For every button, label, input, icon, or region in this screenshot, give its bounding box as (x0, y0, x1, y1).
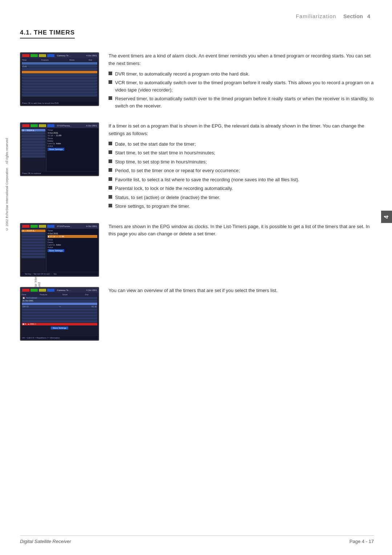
block-1-text: The event timers are a kind of alarm clo… (109, 52, 374, 112)
block-2-text: If a timer is set on a program that is s… (109, 122, 374, 213)
list-item: Store settings, to program the timer. (109, 203, 374, 210)
list-item: DVR timer, to automatically record a pro… (109, 70, 374, 78)
block-4: Gateway To ... 4 Oct 2001 Time Feature S… (20, 287, 374, 341)
bullet-text: DVR timer, to automatically record a pro… (115, 70, 250, 78)
screen-1: Gateway To ... 4 Oct 2001 Time Feature S… (20, 52, 99, 106)
bullet-text: Reserved timer, to automatically switch … (115, 95, 374, 109)
screen-3-container: 07/10/Transa... A Oct 2001 31 ↑ SGDR &..… (20, 223, 100, 277)
list-item: VCR timer, to automatically switch over … (109, 79, 374, 93)
main-content: 4.1. THE TIMERS Gateway To ... 4 Oct 200… (20, 29, 374, 351)
screen-4-container: Gateway To ... 4 Oct 2001 Time Feature S… (20, 287, 100, 341)
screen-3-hint: ← Set key ↑ Set min OK to exit ↑← key (21, 272, 98, 275)
page-title: 4.1. THE TIMERS (20, 29, 75, 39)
bullet-icon (109, 177, 112, 181)
bullets-2: Date, to set the start date for the time… (109, 141, 374, 210)
bullet-text: Start time, to set the start time in hou… (115, 149, 215, 157)
bullets-1: DVR timer, to automatically record a pro… (109, 70, 374, 110)
list-item: Favorite list, to select a list where to… (109, 176, 374, 183)
bullet-text: VCR timer, to automatically switch over … (115, 79, 374, 93)
bullet-icon (109, 72, 112, 75)
block-4-text: You can view an overview of all the time… (109, 287, 374, 341)
list-item: Parental lock, to lock or hide the recor… (109, 185, 374, 192)
list-item: Reserved timer, to automatically switch … (109, 95, 374, 109)
middle-text: If a timer is set on a program that is s… (109, 122, 374, 138)
block-2: 07/10/Transa... A Oct 2001 31 ↑ SGDR &..… (20, 122, 374, 213)
bullet-icon (109, 168, 112, 172)
intro-text: The event timers are a kind of alarm clo… (109, 52, 374, 68)
copyright-text: © 2002 EchoStar International Corporatio… (5, 138, 9, 231)
footer-page: Page 4 - 17 (350, 539, 374, 544)
header-section-label: Section (343, 13, 363, 19)
screen-1-container: Gateway To ... 4 Oct 2001 Time Feature S… (20, 52, 100, 112)
page-footer: Digital Satellite Receiver Page 4 - 17 (20, 535, 374, 544)
block-3: 07/10/Transa... A Oct 2001 31 ↑ SGDR &..… (20, 223, 374, 277)
block-1: Gateway To ... 4 Oct 2001 Time Feature S… (20, 52, 374, 112)
bullet-icon (109, 142, 112, 145)
section-tab: 4 (381, 211, 392, 223)
header-familiarization: Familiarization (296, 13, 336, 19)
bullet-text: Favorite list, to select a list where to… (115, 176, 299, 183)
bullet-icon (109, 80, 112, 84)
screen-3: 07/10/Transa... A Oct 2001 31 ↑ SGDR &..… (20, 223, 99, 277)
screen-2-hint: Press OK to continue (21, 172, 98, 175)
bullet-text: Stop time, to set stop time in hours/min… (115, 158, 207, 166)
bullet-icon (109, 186, 112, 190)
bullet-text: Date, to set the start date for the time… (115, 141, 196, 148)
page-header: Familiarization Section 4 (296, 13, 370, 19)
list-item: Period, to set the timer once or repeat … (109, 167, 374, 174)
block-3-text: Timers are shown in the EPG window as cl… (109, 223, 374, 277)
screen-1-hint: Press OK to add timer to record into DVR (21, 102, 98, 105)
list-item: Stop time, to set stop time in hours/min… (109, 158, 374, 166)
bottom-text-1: Timers are shown in the EPG window as cl… (109, 223, 374, 238)
header-section-number: 4 (367, 13, 370, 19)
screen-2: 07/10/Transa... A Oct 2001 31 ↑ SGDR &..… (20, 122, 99, 176)
bullet-icon (109, 150, 112, 154)
bullet-text: Status, to set (active) or delete (inact… (115, 194, 220, 201)
bullet-text: Parental lock, to lock or hide the recor… (115, 185, 233, 192)
screen-4: Gateway To ... 4 Oct 2001 Time Feature S… (20, 287, 99, 341)
bullet-icon (109, 204, 112, 207)
bullet-text: Store settings, to program the timer. (115, 203, 190, 210)
bullet-icon (109, 195, 112, 199)
screen-2-container: 07/10/Transa... A Oct 2001 31 ↑ SGDR &..… (20, 122, 100, 213)
bullet-icon (109, 96, 112, 100)
bullet-icon (109, 159, 112, 163)
list-item: Status, to set (active) or delete (inact… (109, 194, 374, 201)
footer-title: Digital Satellite Receiver (20, 539, 71, 544)
list-item: Start time, to set the start time in hou… (109, 149, 374, 157)
list-item: Date, to set the start date for the time… (109, 141, 374, 148)
screen-4-hint: OK = Edit 0-9 = Repetitions I = Informat… (21, 336, 98, 339)
bullet-text: Period, to set the timer once or repeat … (115, 167, 240, 174)
bottom-text-2: You can view an overview of all the time… (109, 287, 374, 295)
